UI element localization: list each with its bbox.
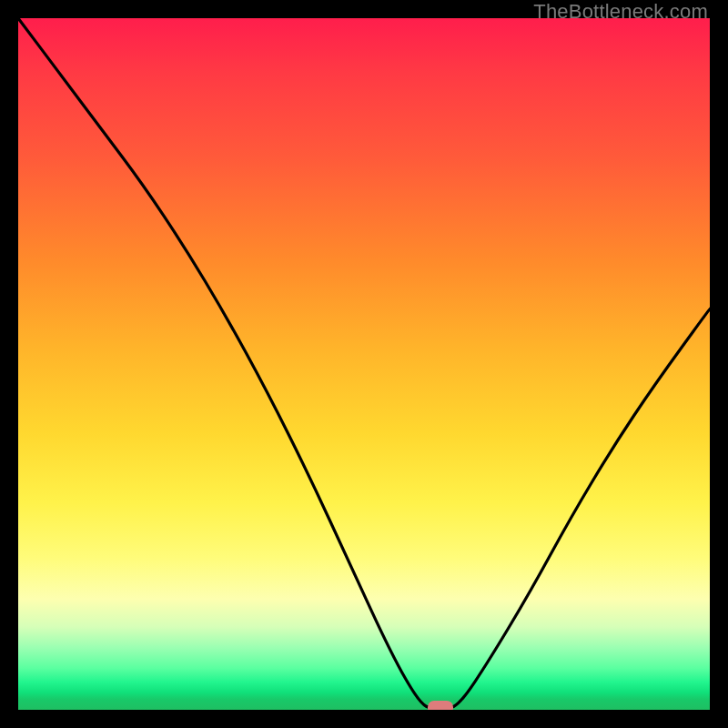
curve-svg (18, 18, 710, 710)
optimal-marker (428, 701, 453, 710)
watermark-text: TheBottleneck.com (533, 0, 708, 24)
chart-frame: TheBottleneck.com (0, 0, 728, 728)
bottleneck-curve (18, 18, 710, 710)
plot-area (18, 18, 710, 710)
